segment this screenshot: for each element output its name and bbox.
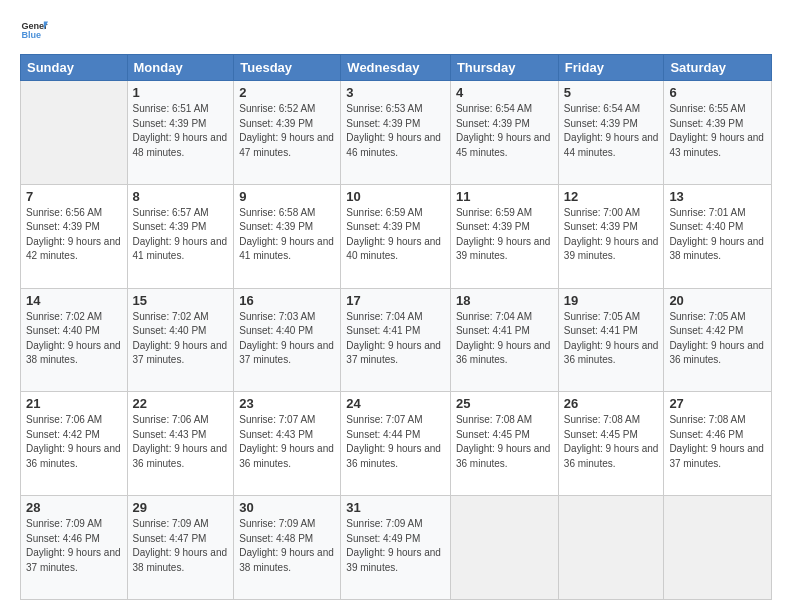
day-number: 22 bbox=[133, 396, 229, 411]
day-number: 27 bbox=[669, 396, 766, 411]
day-cell: 6Sunrise: 6:55 AMSunset: 4:39 PMDaylight… bbox=[664, 81, 772, 185]
day-header-saturday: Saturday bbox=[664, 55, 772, 81]
day-info: Sunrise: 7:08 AMSunset: 4:45 PMDaylight:… bbox=[456, 413, 553, 471]
day-cell: 19Sunrise: 7:05 AMSunset: 4:41 PMDayligh… bbox=[558, 288, 664, 392]
day-info: Sunrise: 7:09 AMSunset: 4:47 PMDaylight:… bbox=[133, 517, 229, 575]
week-row-3: 21Sunrise: 7:06 AMSunset: 4:42 PMDayligh… bbox=[21, 392, 772, 496]
day-cell: 27Sunrise: 7:08 AMSunset: 4:46 PMDayligh… bbox=[664, 392, 772, 496]
day-cell: 9Sunrise: 6:58 AMSunset: 4:39 PMDaylight… bbox=[234, 184, 341, 288]
day-cell: 22Sunrise: 7:06 AMSunset: 4:43 PMDayligh… bbox=[127, 392, 234, 496]
day-info: Sunrise: 7:05 AMSunset: 4:42 PMDaylight:… bbox=[669, 310, 766, 368]
svg-text:Blue: Blue bbox=[21, 30, 41, 40]
day-cell: 16Sunrise: 7:03 AMSunset: 4:40 PMDayligh… bbox=[234, 288, 341, 392]
day-info: Sunrise: 6:52 AMSunset: 4:39 PMDaylight:… bbox=[239, 102, 335, 160]
day-cell: 23Sunrise: 7:07 AMSunset: 4:43 PMDayligh… bbox=[234, 392, 341, 496]
calendar-header-row: SundayMondayTuesdayWednesdayThursdayFrid… bbox=[21, 55, 772, 81]
day-cell bbox=[664, 496, 772, 600]
day-cell: 7Sunrise: 6:56 AMSunset: 4:39 PMDaylight… bbox=[21, 184, 128, 288]
day-header-tuesday: Tuesday bbox=[234, 55, 341, 81]
day-number: 21 bbox=[26, 396, 122, 411]
day-number: 5 bbox=[564, 85, 659, 100]
day-cell: 4Sunrise: 6:54 AMSunset: 4:39 PMDaylight… bbox=[450, 81, 558, 185]
week-row-2: 14Sunrise: 7:02 AMSunset: 4:40 PMDayligh… bbox=[21, 288, 772, 392]
day-header-sunday: Sunday bbox=[21, 55, 128, 81]
day-number: 2 bbox=[239, 85, 335, 100]
day-header-wednesday: Wednesday bbox=[341, 55, 451, 81]
day-number: 23 bbox=[239, 396, 335, 411]
day-cell: 17Sunrise: 7:04 AMSunset: 4:41 PMDayligh… bbox=[341, 288, 451, 392]
day-cell: 25Sunrise: 7:08 AMSunset: 4:45 PMDayligh… bbox=[450, 392, 558, 496]
day-number: 8 bbox=[133, 189, 229, 204]
day-info: Sunrise: 7:00 AMSunset: 4:39 PMDaylight:… bbox=[564, 206, 659, 264]
day-number: 18 bbox=[456, 293, 553, 308]
day-cell: 1Sunrise: 6:51 AMSunset: 4:39 PMDaylight… bbox=[127, 81, 234, 185]
day-cell: 15Sunrise: 7:02 AMSunset: 4:40 PMDayligh… bbox=[127, 288, 234, 392]
day-info: Sunrise: 7:08 AMSunset: 4:46 PMDaylight:… bbox=[669, 413, 766, 471]
page: General Blue SundayMondayTuesdayWednesda… bbox=[0, 0, 792, 612]
day-number: 12 bbox=[564, 189, 659, 204]
day-number: 17 bbox=[346, 293, 445, 308]
day-cell: 2Sunrise: 6:52 AMSunset: 4:39 PMDaylight… bbox=[234, 81, 341, 185]
logo: General Blue bbox=[20, 16, 48, 44]
day-cell: 3Sunrise: 6:53 AMSunset: 4:39 PMDaylight… bbox=[341, 81, 451, 185]
day-cell: 21Sunrise: 7:06 AMSunset: 4:42 PMDayligh… bbox=[21, 392, 128, 496]
day-cell: 14Sunrise: 7:02 AMSunset: 4:40 PMDayligh… bbox=[21, 288, 128, 392]
day-cell: 26Sunrise: 7:08 AMSunset: 4:45 PMDayligh… bbox=[558, 392, 664, 496]
day-info: Sunrise: 7:04 AMSunset: 4:41 PMDaylight:… bbox=[346, 310, 445, 368]
day-info: Sunrise: 7:06 AMSunset: 4:42 PMDaylight:… bbox=[26, 413, 122, 471]
day-number: 26 bbox=[564, 396, 659, 411]
week-row-4: 28Sunrise: 7:09 AMSunset: 4:46 PMDayligh… bbox=[21, 496, 772, 600]
day-cell: 13Sunrise: 7:01 AMSunset: 4:40 PMDayligh… bbox=[664, 184, 772, 288]
day-header-thursday: Thursday bbox=[450, 55, 558, 81]
day-info: Sunrise: 7:03 AMSunset: 4:40 PMDaylight:… bbox=[239, 310, 335, 368]
day-number: 15 bbox=[133, 293, 229, 308]
day-number: 9 bbox=[239, 189, 335, 204]
day-cell: 20Sunrise: 7:05 AMSunset: 4:42 PMDayligh… bbox=[664, 288, 772, 392]
day-info: Sunrise: 7:09 AMSunset: 4:49 PMDaylight:… bbox=[346, 517, 445, 575]
day-cell: 29Sunrise: 7:09 AMSunset: 4:47 PMDayligh… bbox=[127, 496, 234, 600]
day-number: 20 bbox=[669, 293, 766, 308]
day-cell: 12Sunrise: 7:00 AMSunset: 4:39 PMDayligh… bbox=[558, 184, 664, 288]
day-number: 29 bbox=[133, 500, 229, 515]
day-cell bbox=[21, 81, 128, 185]
day-number: 16 bbox=[239, 293, 335, 308]
day-cell: 24Sunrise: 7:07 AMSunset: 4:44 PMDayligh… bbox=[341, 392, 451, 496]
day-info: Sunrise: 6:54 AMSunset: 4:39 PMDaylight:… bbox=[456, 102, 553, 160]
day-number: 28 bbox=[26, 500, 122, 515]
day-number: 6 bbox=[669, 85, 766, 100]
week-row-1: 7Sunrise: 6:56 AMSunset: 4:39 PMDaylight… bbox=[21, 184, 772, 288]
day-info: Sunrise: 6:59 AMSunset: 4:39 PMDaylight:… bbox=[456, 206, 553, 264]
day-number: 30 bbox=[239, 500, 335, 515]
day-info: Sunrise: 6:56 AMSunset: 4:39 PMDaylight:… bbox=[26, 206, 122, 264]
day-cell: 31Sunrise: 7:09 AMSunset: 4:49 PMDayligh… bbox=[341, 496, 451, 600]
day-number: 25 bbox=[456, 396, 553, 411]
day-cell: 30Sunrise: 7:09 AMSunset: 4:48 PMDayligh… bbox=[234, 496, 341, 600]
day-cell: 11Sunrise: 6:59 AMSunset: 4:39 PMDayligh… bbox=[450, 184, 558, 288]
calendar: SundayMondayTuesdayWednesdayThursdayFrid… bbox=[20, 54, 772, 600]
day-number: 11 bbox=[456, 189, 553, 204]
day-cell: 8Sunrise: 6:57 AMSunset: 4:39 PMDaylight… bbox=[127, 184, 234, 288]
day-number: 3 bbox=[346, 85, 445, 100]
day-number: 4 bbox=[456, 85, 553, 100]
day-info: Sunrise: 7:02 AMSunset: 4:40 PMDaylight:… bbox=[133, 310, 229, 368]
day-number: 10 bbox=[346, 189, 445, 204]
day-info: Sunrise: 6:51 AMSunset: 4:39 PMDaylight:… bbox=[133, 102, 229, 160]
day-number: 24 bbox=[346, 396, 445, 411]
day-info: Sunrise: 6:53 AMSunset: 4:39 PMDaylight:… bbox=[346, 102, 445, 160]
day-cell bbox=[450, 496, 558, 600]
day-number: 7 bbox=[26, 189, 122, 204]
logo-icon: General Blue bbox=[20, 16, 48, 44]
day-info: Sunrise: 7:09 AMSunset: 4:48 PMDaylight:… bbox=[239, 517, 335, 575]
day-number: 14 bbox=[26, 293, 122, 308]
day-number: 19 bbox=[564, 293, 659, 308]
day-info: Sunrise: 6:55 AMSunset: 4:39 PMDaylight:… bbox=[669, 102, 766, 160]
day-header-friday: Friday bbox=[558, 55, 664, 81]
day-cell: 28Sunrise: 7:09 AMSunset: 4:46 PMDayligh… bbox=[21, 496, 128, 600]
day-info: Sunrise: 6:59 AMSunset: 4:39 PMDaylight:… bbox=[346, 206, 445, 264]
day-info: Sunrise: 7:06 AMSunset: 4:43 PMDaylight:… bbox=[133, 413, 229, 471]
day-number: 13 bbox=[669, 189, 766, 204]
week-row-0: 1Sunrise: 6:51 AMSunset: 4:39 PMDaylight… bbox=[21, 81, 772, 185]
day-info: Sunrise: 7:08 AMSunset: 4:45 PMDaylight:… bbox=[564, 413, 659, 471]
day-cell: 10Sunrise: 6:59 AMSunset: 4:39 PMDayligh… bbox=[341, 184, 451, 288]
day-number: 31 bbox=[346, 500, 445, 515]
